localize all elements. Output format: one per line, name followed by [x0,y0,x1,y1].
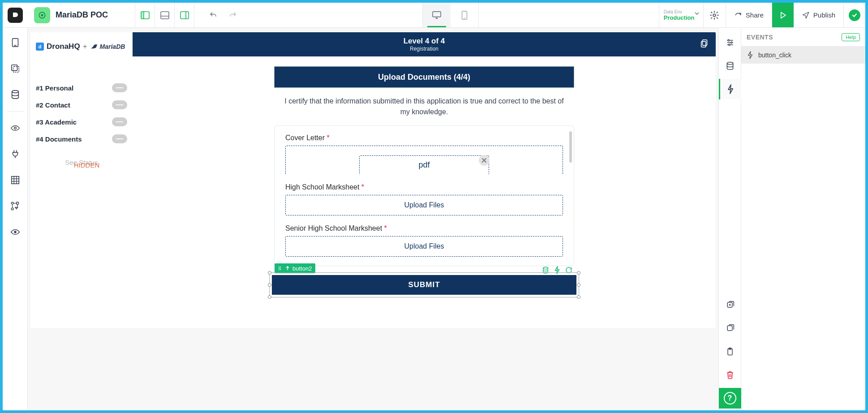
step-academic[interactable]: #3 Academic — [36,117,127,126]
panel-bottom-button[interactable] [155,3,175,27]
senior-high-school-label: Senior High School Marksheet * [285,224,563,232]
certification-text: I certify that the information submitted… [281,96,567,117]
brand-mariadb: MariaDB [90,43,125,50]
rail-database-button[interactable] [3,85,28,104]
senior-high-school-upload-box[interactable]: Upload Files [285,236,563,257]
database-icon [10,90,20,99]
high-school-upload-box[interactable]: Upload Files [285,195,563,215]
remove-file-button[interactable] [479,155,490,166]
step-label: #3 Academic [36,118,77,126]
settings-button[interactable] [704,3,726,27]
data-env-dropdown[interactable]: Data Env Production [659,3,704,27]
resize-handle[interactable] [577,271,580,275]
resize-handle[interactable] [268,271,271,275]
element-events-icon[interactable] [552,265,562,275]
step-contact[interactable]: #2 Contact — [36,100,127,109]
resize-handle[interactable] [577,295,580,299]
rail-help-button[interactable]: ? [719,388,741,409]
events-help-button[interactable]: Help [842,33,860,41]
svg-point-38 [543,267,548,269]
svg-rect-17 [11,65,17,71]
canvas-area: d DronaHQ + MariaDB #1 Personal — [28,28,718,410]
panel-bottom-icon [160,11,169,19]
panel-left-button[interactable] [135,3,155,27]
svg-rect-3 [141,12,144,19]
svg-point-36 [280,268,281,269]
undo-button[interactable] [203,3,223,27]
canvas-main: Level 4 of 4 Registration Upload Documen… [133,32,716,328]
resize-handle[interactable] [268,295,271,299]
panel-right-button[interactable] [175,3,194,27]
desktop-preview-button[interactable] [423,3,451,27]
rail-properties-button[interactable] [719,32,741,53]
rail-workflow-button[interactable] [3,197,28,215]
step-personal[interactable]: #1 Personal — [36,83,127,92]
upload-form-card: Cover Letter * pdf [274,125,574,266]
step-minus-icon: — [112,117,127,126]
step-documents[interactable]: #4 Documents — [36,134,127,143]
trash-icon [726,370,735,379]
rail-screens-button[interactable] [3,33,28,52]
rail-visibility-button[interactable] [3,119,28,138]
selection-tag[interactable]: button2 [275,263,315,273]
paper-plane-icon [802,11,810,19]
svg-rect-47 [727,326,732,331]
rail-table-button[interactable] [3,171,28,189]
rail-copy-button[interactable] [719,318,741,339]
resize-handle[interactable] [268,283,271,287]
upload-text: Upload Files [404,201,444,209]
svg-point-35 [280,267,281,267]
rail-layers-button[interactable] [3,59,28,78]
arrow-up-icon [285,266,290,271]
lightning-icon [726,84,735,94]
preview-play-button[interactable] [772,3,794,27]
rail-connectors-button[interactable] [3,145,28,163]
copy-icon[interactable] [700,39,709,48]
undo-icon [209,11,218,19]
resize-handle[interactable] [577,283,580,287]
mobile-preview-button[interactable] [451,3,478,27]
rail-delete-button[interactable] [719,365,741,385]
publish-button[interactable]: Publish [794,3,844,27]
brand-row: d DronaHQ + MariaDB [36,42,127,51]
app-name-box[interactable]: MariaDB POC [28,3,135,27]
rail-paste-button[interactable] [719,341,741,362]
svg-point-19 [12,90,18,93]
dronahq-mini-icon: d [36,43,44,51]
layout-buttons [135,3,194,27]
rail-data-source-button[interactable] [719,56,741,76]
element-action-icons [541,265,574,275]
submit-button[interactable]: SUBMIT [272,275,576,295]
status-check-button[interactable] [844,3,865,27]
clipboard-icon [726,347,735,356]
eye-icon [10,227,20,237]
cover-letter-upload-box[interactable]: pdf [285,146,563,174]
right-rail: ? [718,28,741,410]
events-panel: EVENTS Help button_click [741,28,865,410]
rail-add-button[interactable] [719,295,741,315]
scrollbar-indicator[interactable] [569,131,572,163]
step-label: #2 Contact [36,101,70,109]
svg-point-34 [279,269,279,270]
redo-icon [228,11,237,19]
plug-icon [10,149,20,159]
question-icon: ? [724,392,736,404]
svg-rect-5 [161,12,169,19]
element-data-icon[interactable] [541,265,550,275]
share-button[interactable]: Share [726,3,772,27]
rail-preview-button[interactable] [3,223,28,241]
svg-point-1 [41,14,43,16]
eye-layers-icon [10,123,20,133]
svg-rect-30 [702,40,707,46]
svg-point-14 [713,14,716,17]
step-minus-icon: — [112,83,127,92]
rail-events-button[interactable] [719,79,741,99]
layers-icon [10,64,20,73]
data-env-value: Production [664,14,699,21]
redo-button[interactable] [223,3,243,27]
element-refresh-icon[interactable] [564,265,574,275]
svg-rect-9 [433,11,441,17]
platform-logo[interactable] [3,3,28,27]
share-icon [734,11,742,19]
event-row-button-click[interactable]: button_click [741,47,865,64]
